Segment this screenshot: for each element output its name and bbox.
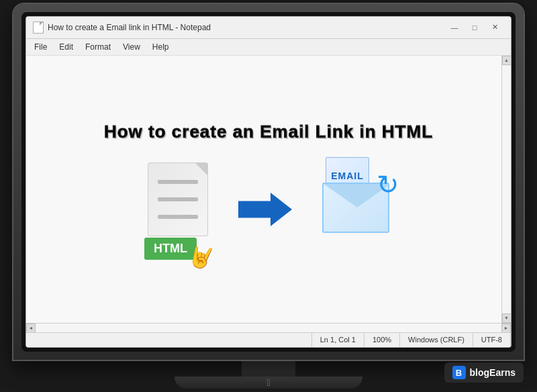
doc-line-3 — [158, 215, 198, 219]
doc-line-2 — [158, 197, 198, 201]
monitor-stand-base:  — [175, 377, 362, 389]
monitor-stand-neck — [242, 360, 295, 377]
status-encoding: UTF-8 — [473, 333, 511, 347]
scroll-up-button[interactable]: ▲ — [502, 56, 511, 65]
title-bar-left: How to create a Email link in HTML - Not… — [33, 21, 211, 34]
status-zoom: 100% — [364, 333, 400, 347]
right-arrow-icon — [238, 193, 292, 226]
status-position — [26, 333, 312, 347]
status-bar: Ln 1, Col 1 100% Windows (CRLF) UTF-8 — [26, 332, 511, 347]
brand-logo: B — [452, 366, 466, 379]
arrow-container — [238, 193, 292, 226]
menu-bar: File Edit Format View Help — [26, 39, 511, 56]
brand-badge: B blogEarns — [444, 362, 524, 383]
status-line-ending: Windows (CRLF) — [400, 333, 473, 347]
menu-edit[interactable]: Edit — [54, 40, 79, 54]
monitor-frame: How to create a Email link in HTML - Not… — [13, 4, 524, 360]
menu-format[interactable]: Format — [80, 40, 116, 54]
email-label: EMAIL — [331, 170, 364, 181]
brand-name: blogEarns — [470, 367, 516, 378]
editor-content[interactable]: How to create an Email Link in HTML — [26, 56, 511, 323]
menu-help[interactable]: Help — [147, 40, 175, 54]
close-button[interactable]: ✕ — [485, 21, 504, 34]
scroll-h-track[interactable] — [36, 324, 501, 332]
status-cursor: Ln 1, Col 1 — [312, 333, 364, 347]
window-title: How to create a Email link in HTML - Not… — [48, 23, 211, 32]
apple-logo-icon:  — [266, 377, 270, 388]
email-icon: EMAIL ↻ — [312, 169, 399, 250]
html-doc-icon: HTML 🤘 — [138, 162, 218, 256]
scroll-down-button[interactable]: ▼ — [502, 313, 511, 323]
thumbnail-image: How to create an Email Link in HTML — [26, 56, 511, 323]
menu-file[interactable]: File — [29, 40, 52, 54]
doc-line-1 — [158, 180, 198, 184]
maximize-button[interactable]: □ — [465, 21, 484, 34]
content-inner: How to create an Email Link in HTML — [26, 56, 511, 323]
title-bar: How to create a Email link in HTML - Not… — [26, 17, 511, 39]
window-controls: — □ ✕ — [445, 21, 504, 34]
notepad-window: How to create a Email link in HTML - Not… — [26, 16, 511, 348]
scroll-track[interactable] — [502, 65, 511, 313]
circular-arrow-icon: ↻ — [377, 169, 399, 200]
horizontal-scrollbar[interactable]: ◄ ► — [26, 323, 511, 332]
scroll-right-button[interactable]: ► — [501, 324, 511, 333]
tutorial-heading: How to create an Email Link in HTML — [104, 121, 433, 142]
minimize-button[interactable]: — — [445, 21, 464, 34]
icons-row: HTML 🤘 EMAIL — [138, 162, 399, 256]
notepad-icon — [33, 21, 44, 34]
screen-bezel: How to create a Email link in HTML - Not… — [21, 12, 516, 352]
scroll-left-button[interactable]: ◄ — [26, 324, 36, 333]
document-paper — [148, 162, 208, 236]
menu-view[interactable]: View — [117, 40, 146, 54]
vertical-scrollbar[interactable]: ▲ ▼ — [501, 56, 511, 323]
